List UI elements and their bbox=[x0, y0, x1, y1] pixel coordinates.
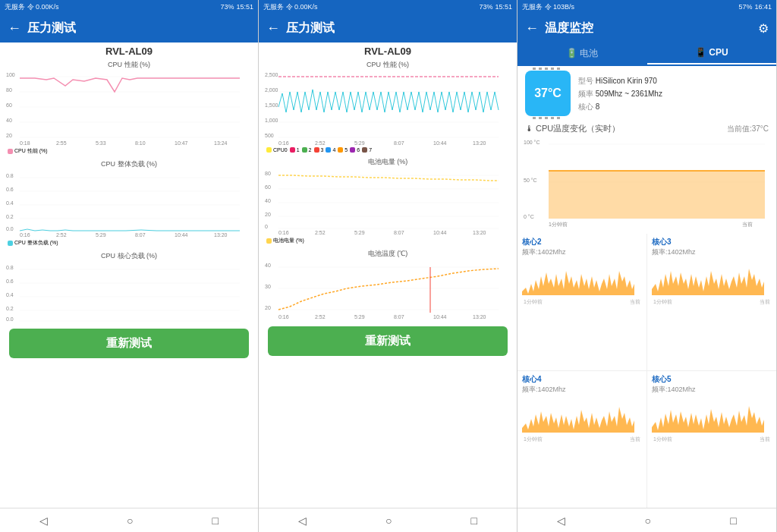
cpu-load-section: CPU 整体负载 (%) 0.8 0.6 0.4 0.2 0.0 0:16 2:… bbox=[0, 158, 258, 250]
nav-recent-right[interactable]: □ bbox=[730, 515, 736, 527]
nav-back-middle[interactable]: ◁ bbox=[298, 515, 307, 527]
battery-chart: 80 60 40 20 0 0:16 2:52 5:29 8:07 bbox=[263, 168, 512, 236]
device-title-left: RVL-AL09 bbox=[0, 42, 258, 58]
tabs-row: 🔋 电池 📱 CPU bbox=[517, 42, 776, 66]
svg-text:5:29: 5:29 bbox=[354, 314, 365, 320]
panel-left: 无服务 令 0.00K/s 73% 15:51 ← 压力测试 RVL-AL09 … bbox=[0, 0, 259, 532]
status-right-right: 57% 16:41 bbox=[738, 3, 772, 11]
main-chart-title: 🌡 CPU温度变化（实时） bbox=[525, 123, 620, 134]
svg-text:2,000: 2,000 bbox=[265, 87, 278, 93]
svg-text:40: 40 bbox=[6, 118, 12, 123]
cpu-chip: 37°C bbox=[525, 71, 571, 116]
svg-text:2:52: 2:52 bbox=[315, 230, 326, 235]
multicore-section: CPU 性能 (%) 2,500 2,000 1,500 1,000 500 bbox=[259, 58, 517, 156]
app-title-middle: 压力测试 bbox=[286, 20, 335, 36]
core-3-freq: 频率:1402Mhz bbox=[652, 247, 772, 257]
nav-home-left[interactable]: ○ bbox=[127, 515, 133, 527]
svg-text:1,500: 1,500 bbox=[265, 102, 278, 108]
nav-bar-left: ◁ ○ □ bbox=[0, 508, 258, 532]
battery-temp-title: 电池温度 (℃) bbox=[263, 249, 512, 259]
svg-text:30: 30 bbox=[265, 284, 271, 289]
svg-text:0.8: 0.8 bbox=[6, 173, 14, 178]
svg-text:8:07: 8:07 bbox=[394, 140, 404, 146]
svg-text:8:07: 8:07 bbox=[394, 230, 404, 235]
time-middle: 15:51 bbox=[495, 3, 512, 11]
nav-bar-middle: ◁ ○ □ bbox=[259, 508, 517, 532]
settings-icon[interactable]: ⚙ bbox=[758, 21, 769, 36]
time-right: 16:41 bbox=[754, 3, 772, 11]
multicore-chart: 2,500 2,000 1,500 1,000 500 0:16 2:52 bbox=[263, 71, 512, 146]
cpu-details: 型号 HiSilicon Kirin 970 频率 509Mhz ~ 2361M… bbox=[578, 74, 662, 113]
battery-title: 电池电量 (%) bbox=[263, 157, 512, 167]
nav-recent-left[interactable]: □ bbox=[212, 515, 219, 527]
cpu-info-row: 37°C 型号 HiSilicon Kirin 970 频率 509Mhz ~ … bbox=[517, 66, 776, 121]
svg-text:0.6: 0.6 bbox=[6, 187, 14, 192]
nav-back-left[interactable]: ◁ bbox=[39, 515, 48, 527]
svg-text:0.0: 0.0 bbox=[6, 316, 14, 322]
battery-legend: 电池电量 (%) bbox=[263, 236, 512, 246]
cpu-load-chart: 0.8 0.6 0.4 0.2 0.0 0:16 2:52 5:29 8:07 … bbox=[5, 170, 253, 238]
retry-button-middle[interactable]: 重新测试 bbox=[268, 326, 508, 356]
core-4-time: 1分钟前 当前 bbox=[522, 436, 642, 443]
cpu-temp-display: 37°C bbox=[534, 87, 562, 100]
nav-home-middle[interactable]: ○ bbox=[385, 515, 392, 527]
svg-text:10:44: 10:44 bbox=[433, 314, 447, 320]
svg-text:80: 80 bbox=[265, 171, 271, 176]
retry-button-left[interactable]: 重新测试 bbox=[9, 329, 249, 358]
svg-text:0.4: 0.4 bbox=[6, 200, 14, 206]
core-5-title: 核心5 bbox=[652, 374, 772, 385]
svg-text:500: 500 bbox=[265, 133, 274, 138]
tab-cpu[interactable]: 📱 CPU bbox=[647, 42, 777, 65]
app-bar-left: ← 压力测试 bbox=[0, 14, 258, 42]
battery-middle: 73% bbox=[479, 3, 492, 11]
cpu-cores-row: 核心 8 bbox=[578, 100, 662, 113]
back-button-left[interactable]: ← bbox=[8, 20, 21, 36]
svg-text:20: 20 bbox=[6, 133, 12, 138]
app-title-left: 压力测试 bbox=[27, 20, 76, 36]
svg-text:60: 60 bbox=[6, 102, 12, 108]
back-button-right[interactable]: ← bbox=[525, 20, 539, 36]
core-2-freq: 频率:1402Mhz bbox=[522, 247, 642, 257]
cpu-perf-title: CPU 性能 (%) bbox=[5, 60, 253, 70]
svg-text:40: 40 bbox=[265, 263, 271, 268]
svg-text:13:24: 13:24 bbox=[214, 140, 228, 146]
multicore-legend: CPU0 1 2 3 4 5 6 7 bbox=[263, 146, 512, 154]
cpu-perf-chart: 100 80 60 40 20 0:18 2:55 5:33 bbox=[5, 71, 253, 146]
svg-text:10:44: 10:44 bbox=[433, 230, 447, 235]
svg-text:0.2: 0.2 bbox=[6, 306, 14, 311]
svg-text:80: 80 bbox=[6, 87, 12, 93]
cpu-core-load-section: CPU 核心负载 (%) 0.8 0.6 0.4 0.2 0.0 bbox=[0, 250, 258, 324]
panel-left-content: RVL-AL09 CPU 性能 (%) 100 80 60 40 20 bbox=[0, 42, 258, 508]
svg-text:当前: 当前 bbox=[742, 222, 753, 227]
svg-text:13:20: 13:20 bbox=[473, 140, 486, 146]
svg-text:0:18: 0:18 bbox=[20, 140, 30, 146]
svg-text:8:07: 8:07 bbox=[135, 232, 146, 238]
svg-text:1,000: 1,000 bbox=[265, 118, 278, 123]
core-5-cell: 核心5 频率:1402Mhz 1分钟前 当前 bbox=[647, 371, 776, 508]
back-button-middle[interactable]: ← bbox=[266, 20, 280, 36]
core-2-title: 核心2 bbox=[522, 237, 642, 247]
tab-battery[interactable]: 🔋 电池 bbox=[517, 42, 647, 65]
svg-text:0:16: 0:16 bbox=[278, 314, 289, 320]
core-2-cell: 核心2 频率:1402Mhz 1分钟前 当前 bbox=[517, 234, 646, 370]
svg-text:13:20: 13:20 bbox=[473, 314, 486, 320]
nav-back-right[interactable]: ◁ bbox=[557, 515, 565, 527]
cpu-performance-section: CPU 性能 (%) 100 80 60 40 20 bbox=[0, 58, 258, 158]
app-title-right: 温度监控 bbox=[545, 20, 593, 36]
status-middle-left: 无服务 令 0.00K/s bbox=[263, 2, 318, 12]
svg-text:10:47: 10:47 bbox=[175, 140, 188, 146]
main-cpu-chart-container: 100 °C 50 °C 0 °C 1分钟前 当前 bbox=[517, 137, 776, 234]
svg-text:2:52: 2:52 bbox=[315, 314, 326, 320]
nav-bar-right: ◁ ○ □ bbox=[517, 508, 776, 532]
app-bar-middle: ← 压力测试 bbox=[259, 14, 517, 42]
svg-text:8:10: 8:10 bbox=[135, 140, 146, 146]
current-temp-val: 当前值:37°C bbox=[727, 124, 769, 134]
nav-recent-middle[interactable]: □ bbox=[471, 515, 477, 527]
cpu-model: HiSilicon Kirin 970 bbox=[596, 77, 657, 85]
nav-home-right[interactable]: ○ bbox=[645, 515, 651, 527]
battery-section: 电池电量 (%) 80 60 40 20 0 0:16 2:52 bbox=[259, 156, 517, 247]
device-title-middle: RVL-AL09 bbox=[259, 42, 517, 58]
status-middle-right: 73% 15:51 bbox=[479, 3, 512, 11]
status-bar-middle: 无服务 令 0.00K/s 73% 15:51 bbox=[259, 0, 517, 14]
svg-marker-93 bbox=[549, 171, 765, 219]
